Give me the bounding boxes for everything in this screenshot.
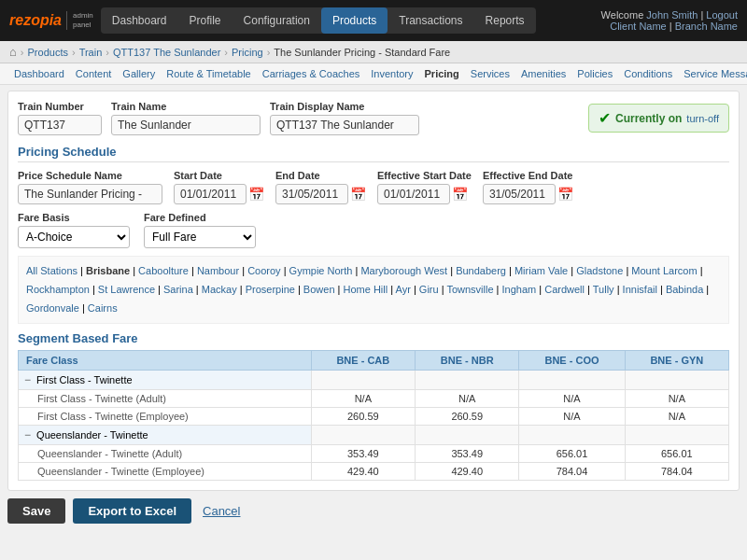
col-header-bne-coo: BNE - COO [519, 351, 625, 371]
breadcrumb-products[interactable]: Products [28, 47, 68, 58]
schedule-name-input[interactable] [18, 184, 162, 204]
subnav-services[interactable]: Services [466, 66, 514, 81]
fare-basis-label: Fare Basis [18, 212, 130, 223]
nav-configuration[interactable]: Configuration [233, 7, 321, 34]
fare-value: 656.01 [519, 445, 625, 463]
fare-value: N/A [625, 408, 728, 426]
station-brisbane[interactable]: Brisbane [86, 265, 130, 276]
station-ayr[interactable]: Ayr [396, 284, 411, 295]
subnav-amenities[interactable]: Amenities [516, 66, 571, 81]
station-st-lawrence[interactable]: St Lawrence [98, 284, 155, 295]
fare-value: 353.49 [311, 445, 415, 463]
category-label: − Queenslander - Twinette [19, 426, 312, 445]
subnav-service-messages[interactable]: Service Messages [679, 66, 747, 81]
station-gordonvale[interactable]: Gordonvale [26, 302, 79, 314]
subnav-inventory[interactable]: Inventory [366, 66, 417, 81]
user-name-link[interactable]: John Smith [646, 9, 698, 21]
subnav-policies[interactable]: Policies [572, 66, 617, 81]
station-cairns[interactable]: Cairns [88, 302, 118, 314]
train-display-input[interactable] [270, 115, 419, 135]
breadcrumb: ⌂ › Products › Train › QTT137 The Sunlan… [0, 41, 747, 63]
station-cardwell[interactable]: Cardwell [544, 284, 585, 295]
station-rockhampton[interactable]: Rockhampton [26, 284, 90, 295]
subnav-content[interactable]: Content [71, 66, 117, 81]
station-tully[interactable]: Tully [593, 284, 614, 295]
nav-dashboard[interactable]: Dashboard [101, 7, 178, 34]
empty-cell [625, 426, 728, 445]
user-info: Welcome John Smith | Logout Client Name … [601, 9, 738, 32]
empty-cell [519, 426, 625, 445]
station-caboolture[interactable]: Caboolture [138, 265, 189, 276]
station-gladstone[interactable]: Gladstone [576, 265, 623, 276]
start-date-calendar-icon[interactable]: 📅 [248, 187, 264, 202]
table-row: Queenslander - Twinette (Employee) 429.4… [19, 463, 729, 481]
station-nambour[interactable]: Nambour [197, 265, 239, 276]
train-name-input[interactable] [111, 115, 261, 135]
station-gympie[interactable]: Gympie North [289, 265, 353, 276]
cancel-button[interactable]: Cancel [199, 498, 244, 524]
fare-value: 656.01 [625, 445, 728, 463]
eff-end-calendar-icon[interactable]: 📅 [557, 187, 573, 202]
station-babinda[interactable]: Babinda [666, 284, 703, 295]
start-date-group: Start Date 📅 [174, 170, 264, 204]
subnav-pricing[interactable]: Pricing [420, 66, 464, 81]
sub-nav: Dashboard Content Gallery Route & Timeta… [0, 63, 747, 85]
export-excel-button[interactable]: Export to Excel [73, 498, 191, 524]
subnav-gallery[interactable]: Gallery [118, 66, 160, 81]
logo: rezopia adminpanel [9, 11, 93, 31]
branch-name-link[interactable]: Branch Name [675, 21, 738, 32]
turn-off-link[interactable]: turn-off [686, 113, 719, 124]
train-info: Train Number Train Name Train Display Na… [18, 101, 729, 135]
breadcrumb-pricing[interactable]: Pricing [232, 47, 263, 58]
col-header-bne-cab: BNE - CAB [311, 351, 415, 371]
station-cooroy[interactable]: Cooroy [247, 265, 280, 276]
end-date-input[interactable] [275, 184, 348, 204]
fare-defined-select[interactable]: Full Fare Discounted Concession [144, 226, 256, 248]
station-ingham[interactable]: Ingham [502, 284, 537, 295]
status-icon: ✔ [599, 109, 611, 127]
nav-reports[interactable]: Reports [474, 7, 536, 34]
client-name-link[interactable]: Client Name [610, 21, 667, 32]
nav-profile[interactable]: Profile [178, 7, 233, 34]
eff-start-calendar-icon[interactable]: 📅 [452, 187, 468, 202]
station-innisfail[interactable]: Innisfail [623, 284, 657, 295]
subnav-dashboard[interactable]: Dashboard [9, 66, 69, 81]
eff-end-group: Effective End Date 📅 [483, 170, 573, 204]
nav-products[interactable]: Products [321, 7, 388, 34]
train-number-input[interactable] [18, 115, 102, 135]
start-date-input[interactable] [174, 184, 247, 204]
station-maryborough[interactable]: Maryborough West [360, 265, 447, 276]
station-proserpine[interactable]: Proserpine [246, 284, 295, 295]
subnav-carriages[interactable]: Carriages & Coaches [258, 66, 365, 81]
train-number-group: Train Number [18, 101, 102, 135]
fare-table: Fare Class BNE - CAB BNE - NBR BNE - COO… [18, 350, 729, 481]
subnav-route[interactable]: Route & Timetable [162, 66, 256, 81]
station-townsville[interactable]: Townsville [446, 284, 493, 295]
eff-start-input[interactable] [377, 184, 450, 204]
station-all[interactable]: All Stations [26, 265, 78, 276]
segment-title: Segment Based Fare [18, 331, 729, 345]
nav-transactions[interactable]: Transactions [388, 7, 473, 34]
station-miriam[interactable]: Miriam Vale [514, 265, 568, 276]
station-giru[interactable]: Giru [419, 284, 439, 295]
station-mackay[interactable]: Mackay [202, 284, 237, 295]
train-name-group: Train Name [111, 101, 261, 135]
breadcrumb-train-id[interactable]: QTT137 The Sunlander [113, 47, 220, 58]
eff-end-input[interactable] [483, 184, 556, 204]
station-bundaberg[interactable]: Bundaberg [456, 265, 506, 276]
eff-end-wrapper: 📅 [483, 184, 573, 204]
save-button[interactable]: Save [7, 498, 65, 524]
station-mount-larcom[interactable]: Mount Larcom [631, 265, 697, 276]
row-label: Queenslander - Twinette (Adult) [19, 445, 312, 463]
end-date-calendar-icon[interactable]: 📅 [350, 187, 366, 202]
eff-start-label: Effective Start Date [377, 170, 472, 181]
breadcrumb-train[interactable]: Train [79, 47, 103, 58]
station-bowen[interactable]: Bowen [303, 284, 335, 295]
subnav-conditions[interactable]: Conditions [619, 66, 677, 81]
station-home-hill[interactable]: Home Hill [343, 284, 388, 295]
table-row: Queenslander - Twinette (Adult) 353.49 3… [19, 445, 729, 463]
fare-basis-select[interactable]: A-Choice B-Standard C-Concession [18, 226, 130, 248]
fare-value: N/A [311, 390, 415, 408]
station-sarina[interactable]: Sarina [163, 284, 193, 295]
logout-link[interactable]: Logout [706, 9, 738, 21]
